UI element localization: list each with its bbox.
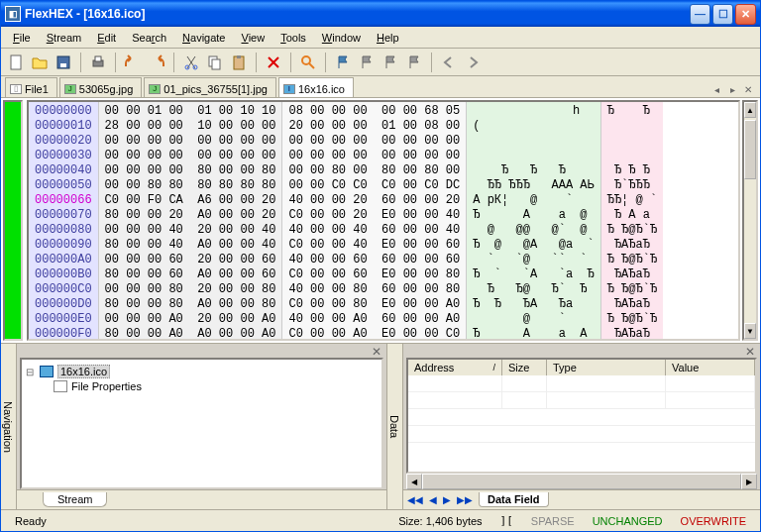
data-field-tab[interactable]: Data Field (479, 492, 549, 507)
hex-content[interactable]: 00000000 00000010 00000020 00000030 0000… (27, 100, 740, 341)
tree-tabs: Stream (17, 489, 386, 509)
svg-point-6 (193, 65, 197, 69)
nav-prev-icon[interactable]: ◀ (429, 494, 437, 505)
menu-window[interactable]: Window (314, 30, 369, 46)
menu-navigate[interactable]: Navigate (174, 30, 233, 46)
svg-rect-4 (95, 56, 101, 61)
flag-icon[interactable] (332, 52, 354, 73)
file-tab-3[interactable]: I16x16.ico (278, 77, 354, 97)
vertical-scrollbar[interactable]: ▲ ▼ (742, 100, 758, 341)
svg-point-11 (302, 56, 310, 64)
grid-body[interactable] (406, 375, 757, 474)
copy-icon[interactable] (204, 52, 226, 73)
status-unchanged: UNCHANGED (587, 515, 669, 527)
menu-edit[interactable]: Edit (89, 30, 124, 46)
grid-header: Address/ Size Type Value (406, 358, 757, 375)
col-size[interactable]: Size (502, 360, 547, 375)
scroll-thumb[interactable] (744, 120, 756, 179)
data-label: Data (387, 344, 403, 509)
menu-tools[interactable]: Tools (272, 30, 314, 46)
data-pane: Data ✕ Address/ Size Type Value (387, 344, 760, 509)
file-tabs: ▯File1 J53065g.jpg J01_pics_36755[1].jpg… (1, 76, 760, 98)
save-icon[interactable] (53, 52, 74, 73)
scroll-right-icon[interactable]: ▶ (741, 474, 757, 489)
scroll-left-icon[interactable]: ◀ (406, 474, 422, 489)
col-address[interactable]: Address/ (408, 360, 502, 375)
hex-column-a[interactable]: 00 00 01 00 01 00 10 10 28 00 00 00 10 0… (99, 102, 283, 339)
titlebar[interactable]: ◧ FlexHEX - [16x16.ico] — ☐ ✕ (1, 1, 760, 27)
status-sparse: SPARSE (525, 515, 581, 527)
svg-rect-0 (11, 55, 21, 69)
cursor-icon: ][ (494, 514, 519, 527)
pane-close-icon[interactable]: ✕ (372, 345, 383, 357)
nav-first-icon[interactable]: ◀◀ (407, 494, 423, 505)
menu-stream[interactable]: Stream (39, 30, 89, 46)
back-icon[interactable] (438, 52, 460, 73)
data-nav: ◀◀ ◀ ▶ ▶▶ Data Field (403, 489, 760, 509)
ico-icon (40, 366, 54, 377)
file-tab-label: 01_pics_36755[1].jpg (163, 83, 268, 95)
app-window: ◧ FlexHEX - [16x16.ico] — ☐ ✕ File Strea… (0, 0, 761, 532)
new-file-icon[interactable] (5, 52, 27, 73)
statusbar: Ready Size: 1,406 bytes ][ SPARSE UNCHAN… (1, 509, 760, 531)
collapse-icon[interactable]: ⊟ (26, 367, 36, 377)
navigation-pane: Navigation ✕ ⊟ 16x16.ico File Properties (1, 344, 387, 509)
tab-scroll-left[interactable]: ◂ (708, 81, 724, 97)
file-tab-0[interactable]: ▯File1 (5, 77, 57, 97)
toolbar (1, 49, 760, 76)
scroll-down-icon[interactable]: ▼ (744, 323, 756, 339)
navigation-label: Navigation (1, 344, 17, 509)
file-tab-label: File1 (25, 83, 49, 95)
properties-icon (54, 380, 67, 392)
maximize-button[interactable]: ☐ (712, 4, 733, 25)
bookmark-icon[interactable] (356, 52, 378, 73)
undo-icon[interactable] (122, 52, 144, 73)
bookmark-prev-icon[interactable] (403, 52, 425, 73)
minimize-button[interactable]: — (690, 4, 710, 25)
menu-help[interactable]: Help (369, 30, 407, 46)
menu-search[interactable]: Search (124, 30, 174, 46)
nav-next-icon[interactable]: ▶ (443, 494, 451, 505)
scroll-up-icon[interactable]: ▲ (744, 102, 756, 118)
tree-child[interactable]: File Properties (26, 379, 378, 393)
offset-column: 00000000 00000010 00000020 00000030 0000… (29, 102, 99, 339)
nav-last-icon[interactable]: ▶▶ (457, 494, 473, 505)
doc-icon: ▯ (10, 84, 22, 94)
bookmark-next-icon[interactable] (380, 52, 401, 73)
menubar: File Stream Edit Search Navigate View To… (1, 27, 760, 49)
delete-icon[interactable] (263, 52, 284, 73)
col-type[interactable]: Type (547, 360, 666, 375)
open-folder-icon[interactable] (29, 52, 51, 73)
ascii-column-b[interactable]: Ђ Ђ Ђ Ђ Ђ Ђ`ЂЂЂ ЂЂ¦ @ ` Ђ А а Ђ Ђ@Ђ`Ђ ЂА… (601, 102, 663, 339)
file-tab-1[interactable]: J53065g.jpg (59, 77, 142, 97)
hex-column-b[interactable]: 08 00 00 00 00 00 68 05 20 00 00 00 01 0… (282, 102, 467, 339)
file-tab-label: 16x16.ico (298, 83, 345, 95)
print-icon[interactable] (87, 52, 109, 73)
close-button[interactable]: ✕ (735, 4, 756, 25)
ascii-column-a[interactable]: h ( Ђ Ђ Ђ ЂЂ ЂЂЂ ААА АЬ А рК¦ @ ` Ђ А а … (467, 102, 600, 339)
app-icon: ◧ (5, 6, 21, 22)
cut-icon[interactable] (180, 52, 202, 73)
stream-tab[interactable]: Stream (43, 492, 107, 507)
menu-view[interactable]: View (234, 30, 273, 46)
tab-close[interactable]: ✕ (740, 81, 756, 97)
window-title: FlexHEX - [16x16.ico] (25, 7, 145, 21)
menu-file[interactable]: File (5, 30, 39, 46)
horizontal-scrollbar[interactable]: ◀ ▶ (406, 474, 757, 489)
svg-rect-8 (212, 59, 220, 69)
status-ready: Ready (9, 515, 53, 527)
pane-close-icon[interactable]: ✕ (745, 345, 757, 357)
col-value[interactable]: Value (666, 360, 755, 375)
tree-view[interactable]: ⊟ 16x16.ico File Properties (20, 358, 383, 489)
tab-scroll-right[interactable]: ▸ (724, 81, 740, 97)
paste-icon[interactable] (228, 52, 250, 73)
tree-node-label: 16x16.ico (57, 365, 110, 378)
forward-icon[interactable] (462, 52, 484, 73)
find-icon[interactable] (297, 52, 319, 73)
status-overwrite: OVERWRITE (675, 515, 752, 527)
jpg-icon: J (64, 84, 76, 94)
svg-rect-2 (60, 63, 66, 67)
redo-icon[interactable] (146, 52, 167, 73)
file-tab-2[interactable]: J01_pics_36755[1].jpg (144, 77, 276, 97)
tree-root[interactable]: ⊟ 16x16.ico (26, 364, 378, 379)
